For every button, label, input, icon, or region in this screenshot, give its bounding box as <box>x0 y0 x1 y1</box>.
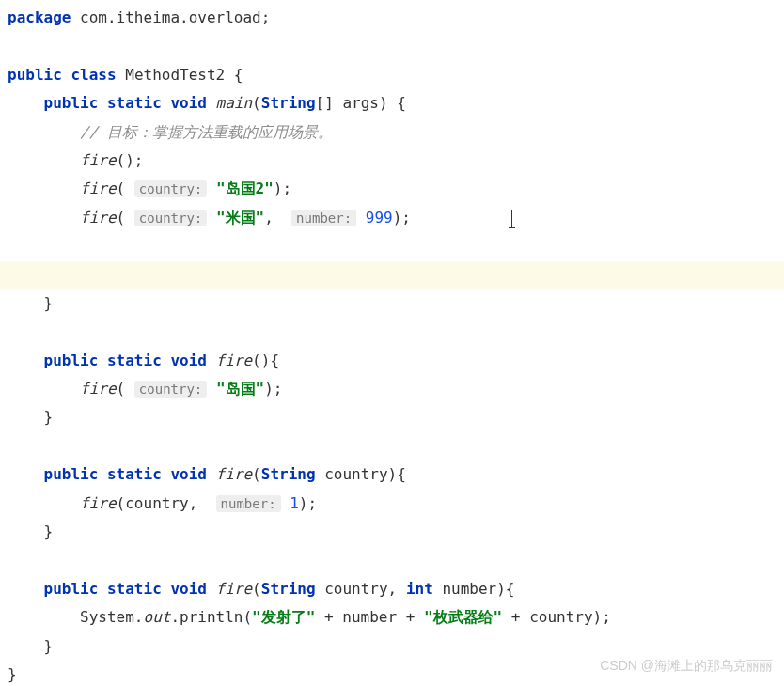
code-line <box>0 546 784 574</box>
code-line: fire( country: "米国", number: 999); <box>0 204 784 232</box>
text-cursor <box>511 210 512 228</box>
code-line <box>0 432 784 460</box>
code-line: fire( country: "岛国"); <box>0 375 784 403</box>
code-line: } <box>0 518 784 546</box>
code-line: fire( country: "岛国2"); <box>0 175 784 203</box>
code-line <box>0 318 784 346</box>
watermark: CSDN @海滩上的那乌克丽丽 <box>600 653 773 678</box>
code-line: fire(); <box>0 147 784 175</box>
code-line: // 目标：掌握方法重载的应用场景。 <box>0 118 784 147</box>
code-line: } <box>0 289 784 318</box>
code-line: package com.itheima.overload; <box>0 4 784 32</box>
code-line: } <box>0 403 784 431</box>
code-editor[interactable]: package com.itheima.overload; public cla… <box>0 0 784 686</box>
code-line <box>0 232 784 260</box>
code-line: public static void main(String[] args) { <box>0 89 784 117</box>
code-line: public static void fire(String country){ <box>0 460 784 489</box>
code-line: public static void fire(){ <box>0 347 784 375</box>
code-line: fire(country, number: 1); <box>0 490 784 518</box>
code-line <box>0 32 784 60</box>
code-line: public class MethodTest2 { <box>0 61 784 89</box>
code-line-highlighted <box>0 261 784 289</box>
code-line: System.out.println("发射了" + number + "枚武器… <box>0 603 784 631</box>
code-line: public static void fire(String country, … <box>0 575 784 603</box>
